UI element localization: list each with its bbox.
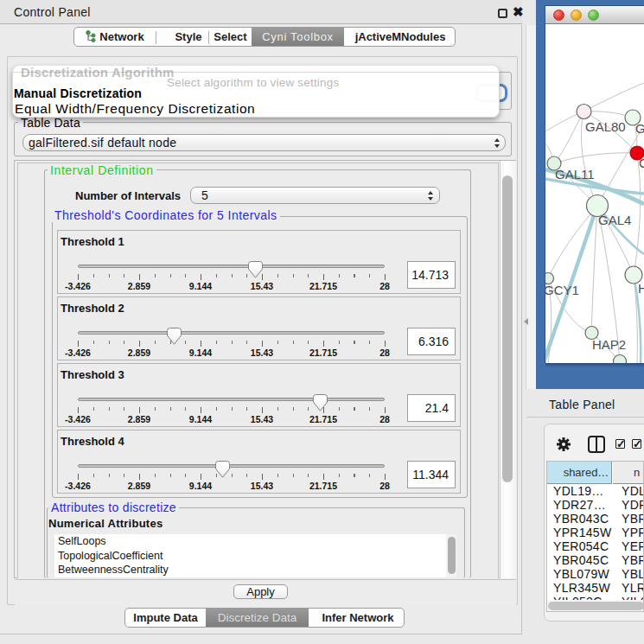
svg-text:GAL4: GAL4 — [598, 213, 631, 227]
svg-text:GA: GA — [635, 121, 644, 136]
svg-text:GCY1: GCY1 — [545, 283, 579, 297]
svg-text:GAL11: GAL11 — [555, 167, 595, 182]
svg-text:HAP2: HAP2 — [592, 337, 626, 352]
svg-text:C: C — [639, 156, 644, 170]
svg-text:GAL80: GAL80 — [585, 119, 626, 134]
svg-text:H: H — [638, 281, 644, 296]
